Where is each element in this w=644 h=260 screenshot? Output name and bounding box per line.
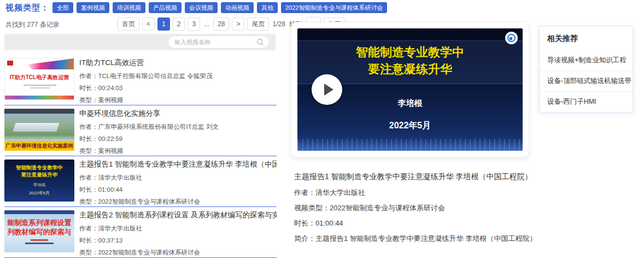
- video-info: IT助力TCL高效运营 作者：TCL电子控股有限公司信息总监 令狐荣茂 时长：0…: [79, 56, 277, 104]
- thumbnail-subtext-bar: [25, 243, 54, 244]
- video-type: 类型：案例视频: [79, 97, 277, 104]
- thumbnail-banner-text: 广东申菱环境信息化实施案例: [5, 143, 73, 150]
- video-info: 申菱环境信息化实施分享 作者：广东申菱环境系统股份有限公司IT总监 刘文 时长：…: [79, 107, 277, 155]
- slide-date: 2022年5月: [297, 120, 523, 132]
- video-type: 类型：案例视频: [79, 147, 277, 155]
- thumbnail-banner: 广东申菱环境信息化实施案例: [4, 141, 74, 151]
- video-list-item: 广东申菱环境信息化实施案例 申菱环境信息化实施分享 作者：广东申菱环境系统股份有…: [4, 107, 277, 157]
- related-recommendations-card: 相关推荐 导读视频+制造业知识工程 设备-顶部链式输送机输送带 设备-西门子HM…: [539, 26, 633, 113]
- video-thumbnail[interactable]: 能制造系列课程设置 列教材编写的探索与: [4, 210, 74, 252]
- detail-title: 主题报告1 智能制造专业教学中要注意凝练升华 李培根（中国工程院）: [294, 172, 532, 182]
- video-title-link[interactable]: 主题报告1 智能制造专业教学中要注意凝练升华 李培根（中国工程院）: [79, 159, 277, 169]
- video-duration: 时长：00:22:59: [79, 135, 277, 143]
- video-info: 主题报告2 智能制造系列课程设置 及系列教材编写的探索与实践 吴... 作者：清…: [79, 209, 277, 256]
- detail-duration: 时长：01:00:44: [294, 218, 343, 228]
- video-author: 作者：广东申菱环境系统股份有限公司IT总监 刘文: [79, 123, 277, 131]
- thumbnail-date: 2022年5月: [4, 190, 74, 196]
- page: 视频类型： 全部 案例视频 培训视频 产品视频 会议视频 动画视频 其他 202…: [0, 0, 644, 260]
- video-title-link[interactable]: 申菱环境信息化实施分享: [79, 109, 277, 119]
- pagination-ratio: 1/28: [272, 20, 285, 28]
- video-player-card: 智能制造专业教学中 要注意凝练升华 李培根 2022年5月: [291, 22, 529, 157]
- related-title: 相关推荐: [540, 26, 633, 50]
- filter-case-video-button[interactable]: 案例视频: [77, 2, 109, 13]
- video-list-item: 智能制造专业教学中 要注意凝练升华 李培根 2022年5月 主题报告1 智能制造…: [4, 158, 277, 208]
- pagination-page-2[interactable]: 2: [173, 17, 185, 31]
- pagination-page-1[interactable]: 1: [157, 17, 170, 31]
- thumbnail-subtext-bar: [30, 87, 50, 88]
- slide-floor-texture: [297, 139, 523, 151]
- thumbnail-title-line1: 智能制造专业教学中: [4, 164, 74, 172]
- thumbnail-subtext-bar: [24, 85, 56, 86]
- search-input[interactable]: [173, 38, 256, 46]
- video-list-item: 能制造系列课程设置 列教材编写的探索与 主题报告2 智能制造系列课程设置 及系列…: [4, 209, 277, 259]
- video-type-filter-bar: 视频类型： 全部 案例视频 培训视频 产品视频 会议视频 动画视频 其他 202…: [5, 2, 387, 13]
- pagination-prev-button[interactable]: <: [142, 17, 155, 31]
- related-item-link[interactable]: 导读视频+制造业知识工程: [540, 50, 633, 70]
- slide-logo-icon: [505, 32, 518, 44]
- video-author: 作者：清华大学出版社: [79, 174, 277, 181]
- filter-all-button[interactable]: 全部: [52, 2, 73, 13]
- thumbnail-title-line1: 能制造系列课程设置: [4, 218, 74, 228]
- video-duration: 时长：00:37:13: [79, 237, 277, 244]
- video-author: 作者：清华大学出版社: [79, 225, 277, 232]
- related-item-link[interactable]: 设备-西门子HMI: [540, 91, 633, 112]
- thumbnail-header-bar: [4, 109, 74, 114]
- video-type: 类型：2022智能制造专业与课程体系研讨会: [79, 198, 277, 205]
- play-button[interactable]: [312, 74, 342, 105]
- thumbnail-color-splash: [27, 58, 74, 69]
- video-duration: 时长：00:24:03: [79, 85, 277, 92]
- filter-animation-video-button[interactable]: 动画视频: [221, 2, 254, 13]
- result-count: 共找到 277 条记录: [5, 20, 60, 29]
- pagination-next-button[interactable]: >: [232, 17, 244, 31]
- search-icon[interactable]: [256, 38, 264, 46]
- list-divider: [4, 206, 277, 207]
- filter-other-button[interactable]: 其他: [257, 2, 278, 13]
- list-divider: [4, 156, 277, 156]
- filter-conference-video-button[interactable]: 会议视频: [185, 2, 218, 13]
- thumbnail-building-shape: [13, 123, 59, 132]
- pagination-first-button[interactable]: 首页: [118, 17, 139, 31]
- video-duration: 时长：01:00:44: [79, 186, 277, 193]
- tcl-logo-mark: [7, 61, 13, 66]
- video-author: 作者：TCL电子控股有限公司信息总监 令狐荣茂: [79, 73, 277, 80]
- list-divider: [4, 105, 277, 105]
- pagination-ellipsis: ...: [203, 17, 210, 31]
- thumbnail-title-line2: 要注意凝练升华: [4, 172, 74, 179]
- video-thumbnail[interactable]: 智能制造专业教学中 要注意凝练升华 李培根 2022年5月: [4, 159, 74, 202]
- detail-intro: 简介：主题报告1 智能制造专业教学中要注意凝练升华 李培根（中国工程院）: [294, 234, 536, 244]
- slide-logo-emblem: [507, 34, 516, 42]
- detail-author: 作者：清华大学出版社: [294, 188, 365, 198]
- video-thumbnail[interactable]: IT助力TCL电子高效运营: [4, 58, 74, 100]
- slide-title: 智能制造专业教学中 要注意凝练升华: [297, 44, 523, 78]
- slide-title-line1: 智能制造专业教学中: [297, 44, 523, 61]
- video-thumbnail[interactable]: 广东申菱环境信息化实施案例: [4, 109, 74, 151]
- pagination-page-3[interactable]: 3: [188, 17, 200, 31]
- pagination-page-28[interactable]: 28: [213, 17, 229, 31]
- detail-video-type: 视频类型：2022智能制造专业与课程体系研讨会: [294, 203, 445, 213]
- video-title-link[interactable]: IT助力TCL高效运营: [79, 58, 277, 68]
- list-divider: [4, 257, 277, 258]
- thumbnail-subtext-bar: [31, 239, 48, 241]
- thumbnail-speaker: 李培根: [4, 182, 74, 188]
- filter-product-video-button[interactable]: 产品视频: [149, 2, 182, 13]
- search-toolbar: [4, 34, 276, 50]
- filter-training-video-button[interactable]: 培训视频: [113, 2, 145, 13]
- thumbnail-color-strip: [5, 96, 74, 99]
- video-type: 类型：2022智能制造专业与课程体系研讨会: [79, 249, 277, 256]
- video-player[interactable]: 智能制造专业教学中 要注意凝练升华 李培根 2022年5月: [297, 28, 523, 151]
- video-title-link[interactable]: 主题报告2 智能制造系列课程设置 及系列教材编写的探索与实践 吴...: [79, 210, 277, 220]
- search-box: [168, 36, 270, 49]
- video-info: 主题报告1 智能制造专业教学中要注意凝练升华 李培根（中国工程院） 作者：清华大…: [79, 158, 277, 205]
- filter-2022-seminar-button[interactable]: 2022智能制造专业与课程体系研讨会: [281, 2, 387, 13]
- play-icon: [324, 84, 333, 96]
- related-item-link[interactable]: 设备-顶部链式输送机输送带: [540, 70, 633, 91]
- video-list-item: IT助力TCL电子高效运营 IT助力TCL高效运营 作者：TCL电子控股有限公司…: [4, 56, 277, 107]
- pagination-last-button[interactable]: 尾页: [247, 17, 269, 31]
- thumbnail-title-text: IT助力TCL电子高效运营: [5, 74, 74, 81]
- thumbnail-title-line2: 列教材编写的探索与: [4, 227, 74, 237]
- video-type-label: 视频类型：: [5, 3, 49, 13]
